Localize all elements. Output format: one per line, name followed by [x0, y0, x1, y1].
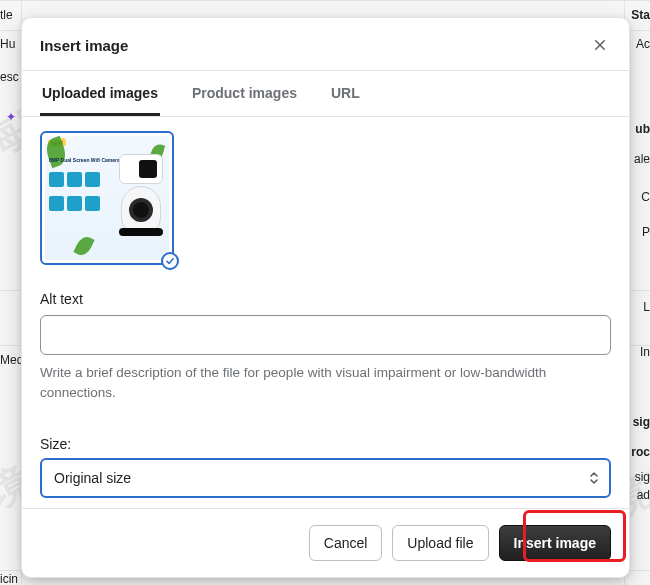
- size-select[interactable]: Original size: [40, 458, 611, 498]
- thumbnail-image: NEW 8MP Dual Screen Wifi Camera: [45, 136, 169, 260]
- alt-text-label: Alt text: [40, 291, 611, 307]
- image-thumbnail[interactable]: NEW 8MP Dual Screen Wifi Camera: [40, 131, 174, 265]
- insert-image-modal: Insert image Uploaded images Product ima…: [21, 17, 630, 578]
- bg-right-label: ale: [634, 152, 650, 166]
- bg-left-label: esc: [0, 70, 19, 84]
- modal-header: Insert image: [22, 18, 629, 71]
- bg-left-label: tle: [0, 8, 13, 22]
- tab-product-images[interactable]: Product images: [190, 71, 299, 116]
- bg-left-label: Hu: [0, 37, 15, 51]
- bg-left-label: icin: [0, 572, 18, 585]
- insert-image-button[interactable]: Insert image: [499, 525, 611, 561]
- bg-left-label: Med: [0, 353, 23, 367]
- close-button[interactable]: [589, 34, 611, 56]
- bg-right-label: In: [640, 345, 650, 359]
- alt-text-input[interactable]: [40, 315, 611, 355]
- size-select-wrap: Original size: [40, 458, 611, 498]
- bg-right-label: C: [641, 190, 650, 204]
- feature-icon-row: [49, 196, 100, 211]
- alt-text-help: Write a brief description of the file fo…: [40, 363, 611, 402]
- thumbnail-grid: NEW 8MP Dual Screen Wifi Camera: [40, 131, 611, 265]
- upload-file-button[interactable]: Upload file: [392, 525, 488, 561]
- tabs: Uploaded images Product images URL: [22, 71, 629, 117]
- bg-right-label: L: [643, 300, 650, 314]
- tab-uploaded-images[interactable]: Uploaded images: [40, 71, 160, 116]
- close-icon: [593, 38, 607, 52]
- bg-right-label: sig: [633, 415, 650, 429]
- bg-right-label: Sta: [631, 8, 650, 22]
- page-backdrop: tle Hu esc Med icin Sta Ac ub ale C P L …: [0, 0, 650, 585]
- modal-title: Insert image: [40, 37, 128, 54]
- bg-right-label: sig: [635, 470, 650, 484]
- size-label: Size:: [40, 436, 611, 452]
- bg-right-label: P: [642, 225, 650, 239]
- feature-icon-row: [49, 172, 100, 187]
- bg-right-label: roc: [631, 445, 650, 459]
- sparkle-icon: ✦: [6, 110, 16, 124]
- bg-right-label: Ac: [636, 37, 650, 51]
- cancel-button[interactable]: Cancel: [309, 525, 383, 561]
- selected-check-icon: [161, 252, 179, 270]
- bg-right-label: ub: [635, 122, 650, 136]
- bg-right-label: ad: [637, 488, 650, 502]
- modal-body: NEW 8MP Dual Screen Wifi Camera: [22, 117, 629, 508]
- modal-footer: Cancel Upload file Insert image: [22, 508, 629, 577]
- camera-graphic: [107, 154, 163, 234]
- tab-url[interactable]: URL: [329, 71, 362, 116]
- leaf-decoration: [73, 234, 94, 258]
